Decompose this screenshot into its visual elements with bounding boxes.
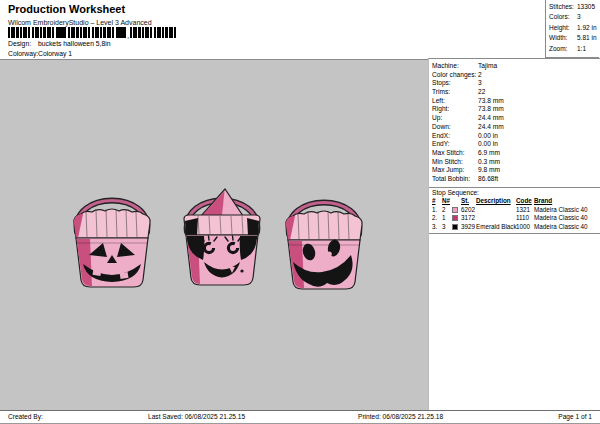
machine-info-row: EndY:0.00 in [432, 140, 598, 149]
machine-info-list: Machine:Tajima Color changes:2 Stops:3 T… [432, 62, 598, 184]
colorway-label: Colorway: [8, 50, 38, 57]
thread-swatch [452, 224, 458, 230]
design-name-row: Design:buckets halloween 5,8in [8, 40, 111, 47]
design-stats-panel: Stitches:13305 Colors:3 Height:1.92 in W… [545, 0, 599, 58]
thread-swatch [452, 207, 458, 213]
stop-sequence-title: Stop Sequence: [432, 189, 479, 196]
stop-sequence-row: 1. 2 6202 1321 Madeira Classic 40 [432, 206, 598, 215]
machine-info-row: Max Jump:9.8 mm [432, 166, 598, 175]
barcode-bars-icon [8, 27, 126, 38]
design-preview-canvas [0, 59, 428, 410]
footer-last-saved: Last Saved: 06/08/2025 21.25.15 [148, 413, 245, 420]
colorway-value: Colorway 1 [38, 50, 72, 57]
design-label: Design: [8, 40, 38, 47]
pumpkin-bucket-design [64, 182, 160, 292]
stop-sequence-row: 3. 3 3929 Emerald Black 1000 Madeira Cla… [432, 223, 598, 232]
divider [429, 233, 600, 234]
stat-row: Colors:3 [549, 12, 599, 22]
footer-page-number: Page 1 of 1 [558, 413, 592, 420]
stat-row: Height:1.92 in [549, 23, 599, 33]
stop-sequence-header-row: # N# St. Description Code Brand [432, 197, 598, 206]
machine-info-row: Left:73.8 mm [432, 97, 598, 106]
thread-swatch [452, 215, 458, 221]
footer-printed: Printed: 06/08/2025 21.25.18 [358, 413, 443, 420]
machine-info-row: Min Stitch:0.3 mm [432, 158, 598, 167]
colorway-row: Colorway:Colorway 1 [8, 50, 72, 57]
machine-info-row: Trims:22 [432, 88, 598, 97]
stat-row: Zoom:1:1 [549, 44, 599, 54]
witch-bucket-design [174, 182, 270, 292]
barcode-bars-icon [130, 27, 176, 38]
machine-info-row: Down:24.4 mm [432, 123, 598, 132]
footer-created-by: Created By: [8, 413, 43, 420]
design-value: buckets halloween 5,8in [38, 40, 111, 47]
software-name: Wilcom EmbroideryStudio – Level 3 Advanc… [8, 19, 152, 26]
production-worksheet-page: { "header": { "title": "Production Works… [0, 0, 600, 424]
machine-info-row: Max Stitch:6.9 mm [432, 149, 598, 158]
machine-info-row: Total Bobbin:86.68ft [432, 175, 598, 184]
machine-info-row: EndX:0.00 in [432, 132, 598, 141]
barcode-separator: , [127, 34, 129, 38]
machine-info-row: Up:24.4 mm [432, 114, 598, 123]
stop-sequence-row: 2. 1 3172 1110 Madeira Classic 40 [432, 214, 598, 223]
machine-info-row: Color changes:2 [432, 71, 598, 80]
machine-info-row: Machine:Tajima [432, 62, 598, 71]
stat-row: Width:5.81 in [549, 33, 599, 43]
stop-sequence-table: # N# St. Description Code Brand 1. 2 620… [432, 197, 598, 231]
footer-divider [0, 410, 600, 411]
ghost-bucket-design [276, 184, 372, 294]
machine-info-row: Stops:3 [432, 79, 598, 88]
machine-info-panel: Machine:Tajima Color changes:2 Stops:3 T… [428, 58, 600, 410]
stat-row: Stitches:13305 [549, 2, 599, 12]
page-title: Production Worksheet [8, 3, 125, 15]
machine-info-row: Right:73.8 mm [432, 105, 598, 114]
design-barcode: , [8, 27, 176, 38]
